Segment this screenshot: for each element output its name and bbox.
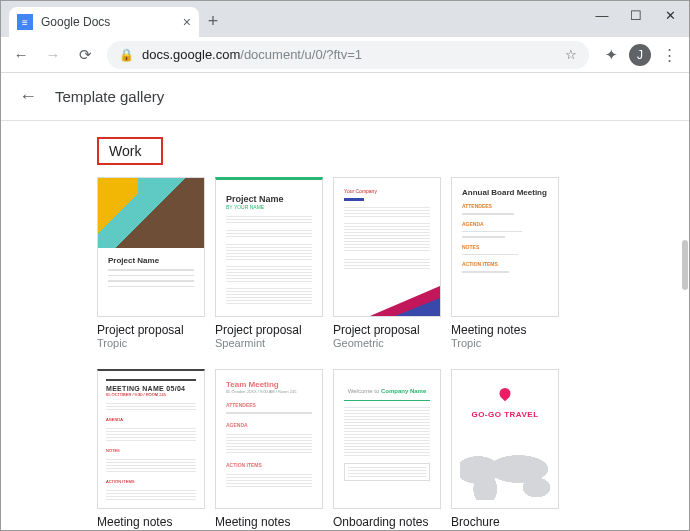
close-tab-icon[interactable]: × [183, 14, 191, 30]
section-label-work: Work [97, 137, 163, 165]
extensions-icon[interactable]: ✦ [597, 41, 625, 69]
template-thumbnail: Welcome to Company Name Welcome to Compa… [333, 369, 441, 509]
template-subtitle: Modern Writer [451, 529, 559, 530]
template-title: Meeting notes [97, 515, 205, 529]
thumb-text: Project Name [108, 256, 194, 265]
template-title: Project proposal [215, 323, 323, 337]
profile-avatar[interactable]: J [629, 44, 651, 66]
chrome-menu-icon[interactable]: ⋮ [655, 41, 683, 69]
tab-title: Google Docs [41, 15, 175, 29]
template-thumbnail: GO-GO TRAVEL [451, 369, 559, 509]
thumb-text: Project Name [226, 194, 312, 204]
page-title: Template gallery [55, 88, 164, 105]
reload-button[interactable]: ⟳ [71, 41, 99, 69]
close-window-button[interactable]: ✕ [655, 2, 685, 28]
template-thumbnail: Annual Board Meeting ATTENDEES AGENDA NO… [451, 177, 559, 317]
page-header: ← Template gallery [1, 73, 689, 121]
template-subtitle: Tropic [451, 337, 559, 349]
page-back-arrow-icon[interactable]: ← [19, 86, 37, 107]
new-tab-button[interactable]: + [199, 7, 227, 35]
template-title: Brochure [451, 515, 559, 529]
browser-tab[interactable]: ≡ Google Docs × [9, 7, 199, 37]
template-thumbnail: Your Company [333, 177, 441, 317]
template-card[interactable]: Your Company Project proposal Geometric [333, 177, 441, 349]
template-card[interactable]: Annual Board Meeting ATTENDEES AGENDA NO… [451, 177, 559, 349]
template-subtitle: Geometric [333, 337, 441, 349]
forward-button[interactable]: → [39, 41, 67, 69]
bookmark-star-icon[interactable]: ☆ [565, 47, 577, 62]
template-thumbnail: Team Meeting 05 October 20XX / 9:00 AM /… [215, 369, 323, 509]
template-card[interactable]: MEETING NAME 05/04 05 OCTOBER / 9:30 / R… [97, 369, 205, 530]
template-title: Meeting notes [451, 323, 559, 337]
template-grid: Project Name Project proposal Tropic Pro… [97, 177, 663, 530]
window-controls: — ☐ ✕ [587, 1, 685, 29]
template-subtitle: Modern Writer [97, 529, 205, 530]
address-bar[interactable]: 🔒 docs.google.com/document/u/0/?ftv=1 ☆ [107, 41, 589, 69]
thumb-text: Team Meeting [226, 380, 312, 389]
thumb-text: Your Company [344, 188, 430, 194]
template-thumbnail: MEETING NAME 05/04 05 OCTOBER / 9:30 / R… [97, 369, 205, 509]
template-card[interactable]: Project Name Project proposal Tropic [97, 177, 205, 349]
template-title: Project proposal [97, 323, 205, 337]
template-thumbnail: Project Name [97, 177, 205, 317]
template-subtitle: Tropic [97, 337, 205, 349]
template-card[interactable]: Welcome to Company Name Welcome to Compa… [333, 369, 441, 530]
template-title: Meeting notes [215, 515, 323, 529]
thumb-text: Annual Board Meeting [462, 188, 548, 197]
back-button[interactable]: ← [7, 41, 35, 69]
docs-favicon: ≡ [17, 14, 33, 30]
browser-tab-strip: ≡ Google Docs × + — ☐ ✕ [1, 1, 689, 37]
template-subtitle: Spearmint [215, 337, 323, 349]
template-subtitle: Coral [215, 529, 323, 530]
template-subtitle: Spearmint [333, 529, 441, 530]
maximize-button[interactable]: ☐ [621, 2, 651, 28]
lock-icon: 🔒 [119, 48, 134, 62]
thumb-text: GO-GO TRAVEL [452, 410, 558, 419]
url-host: docs.google.com [142, 47, 240, 62]
template-card[interactable]: Project Name BY YOUR NAME Project propos… [215, 177, 323, 349]
template-gallery: Work Project Name Project proposal Tropi… [1, 121, 689, 530]
template-card[interactable]: Team Meeting 05 October 20XX / 9:00 AM /… [215, 369, 323, 530]
browser-toolbar: ← → ⟳ 🔒 docs.google.com/document/u/0/?ft… [1, 37, 689, 73]
template-title: Project proposal [333, 323, 441, 337]
scrollbar-thumb[interactable] [682, 240, 688, 290]
url-path: /document/u/0/?ftv=1 [240, 47, 362, 62]
minimize-button[interactable]: — [587, 2, 617, 28]
template-card[interactable]: GO-GO TRAVEL Brochure Modern Writer [451, 369, 559, 530]
template-thumbnail: Project Name BY YOUR NAME [215, 177, 323, 317]
template-title: Onboarding notes [333, 515, 441, 529]
thumb-text: MEETING NAME 05/04 [106, 385, 196, 392]
